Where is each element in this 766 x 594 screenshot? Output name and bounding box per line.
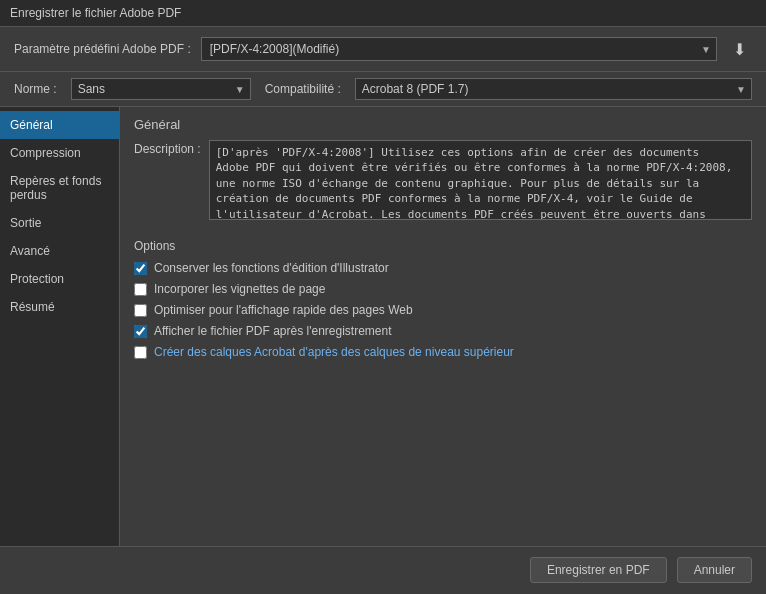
option-checkbox-1[interactable]	[134, 262, 147, 275]
option-label-1[interactable]: Conserver les fonctions d'édition d'Illu…	[154, 261, 389, 275]
title-text: Enregistrer le fichier Adobe PDF	[10, 6, 181, 20]
norme-select-wrapper: Sans ▼	[71, 78, 251, 100]
option-label-4[interactable]: Afficher le fichier PDF après l'enregist…	[154, 324, 392, 338]
option-row-4: Afficher le fichier PDF après l'enregist…	[134, 324, 752, 338]
compat-select[interactable]: Acrobat 8 (PDF 1.7)	[355, 78, 752, 100]
compat-label: Compatibilité :	[265, 82, 341, 96]
option-checkbox-5[interactable]	[134, 346, 147, 359]
norme-select[interactable]: Sans	[71, 78, 251, 100]
sidebar-item-sortie[interactable]: Sortie	[0, 209, 119, 237]
description-textarea[interactable]: [D'après 'PDF/X-4:2008'] Utilisez ces op…	[209, 140, 752, 220]
option-row-2: Incorporer les vignettes de page	[134, 282, 752, 296]
option-checkbox-2[interactable]	[134, 283, 147, 296]
option-label-5[interactable]: Créer des calques Acrobat d'après des ca…	[154, 345, 514, 359]
preset-select-wrapper: [PDF/X-4:2008](Modifié) ▼	[201, 37, 717, 61]
description-label: Description :	[134, 140, 201, 223]
sidebar-item-avance[interactable]: Avancé	[0, 237, 119, 265]
description-row: Description : [D'après 'PDF/X-4:2008'] U…	[134, 140, 752, 223]
option-label-3[interactable]: Optimiser pour l'affichage rapide des pa…	[154, 303, 413, 317]
title-bar: Enregistrer le fichier Adobe PDF	[0, 0, 766, 27]
content-area: Général Description : [D'après 'PDF/X-4:…	[120, 107, 766, 546]
compat-select-wrapper: Acrobat 8 (PDF 1.7) ▼	[355, 78, 752, 100]
sidebar: Général Compression Repères et fonds per…	[0, 107, 120, 546]
sidebar-item-reperes[interactable]: Repères et fonds perdus	[0, 167, 119, 209]
sidebar-item-protection[interactable]: Protection	[0, 265, 119, 293]
cancel-button[interactable]: Annuler	[677, 557, 752, 583]
option-row-3: Optimiser pour l'affichage rapide des pa…	[134, 303, 752, 317]
norm-bar: Norme : Sans ▼ Compatibilité : Acrobat 8…	[0, 72, 766, 107]
description-box-wrapper: [D'après 'PDF/X-4:2008'] Utilisez ces op…	[209, 140, 752, 223]
option-row-5: Créer des calques Acrobat d'après des ca…	[134, 345, 752, 359]
save-preset-button[interactable]: ⬇	[727, 38, 752, 61]
save-pdf-button[interactable]: Enregistrer en PDF	[530, 557, 667, 583]
sidebar-item-general[interactable]: Général	[0, 111, 119, 139]
sidebar-item-resume[interactable]: Résumé	[0, 293, 119, 321]
footer: Enregistrer en PDF Annuler	[0, 546, 766, 593]
preset-label: Paramètre prédéfini Adobe PDF :	[14, 42, 191, 56]
options-title: Options	[134, 239, 752, 253]
preset-bar: Paramètre prédéfini Adobe PDF : [PDF/X-4…	[0, 27, 766, 72]
option-label-2[interactable]: Incorporer les vignettes de page	[154, 282, 325, 296]
options-section: Options Conserver les fonctions d'éditio…	[134, 239, 752, 366]
option-checkbox-4[interactable]	[134, 325, 147, 338]
option-checkbox-3[interactable]	[134, 304, 147, 317]
dialog-container: Paramètre prédéfini Adobe PDF : [PDF/X-4…	[0, 27, 766, 593]
norme-label: Norme :	[14, 82, 57, 96]
content-title: Général	[134, 117, 752, 132]
sidebar-item-compression[interactable]: Compression	[0, 139, 119, 167]
preset-select[interactable]: [PDF/X-4:2008](Modifié)	[201, 37, 717, 61]
main-content: Général Compression Repères et fonds per…	[0, 107, 766, 546]
option-row-1: Conserver les fonctions d'édition d'Illu…	[134, 261, 752, 275]
